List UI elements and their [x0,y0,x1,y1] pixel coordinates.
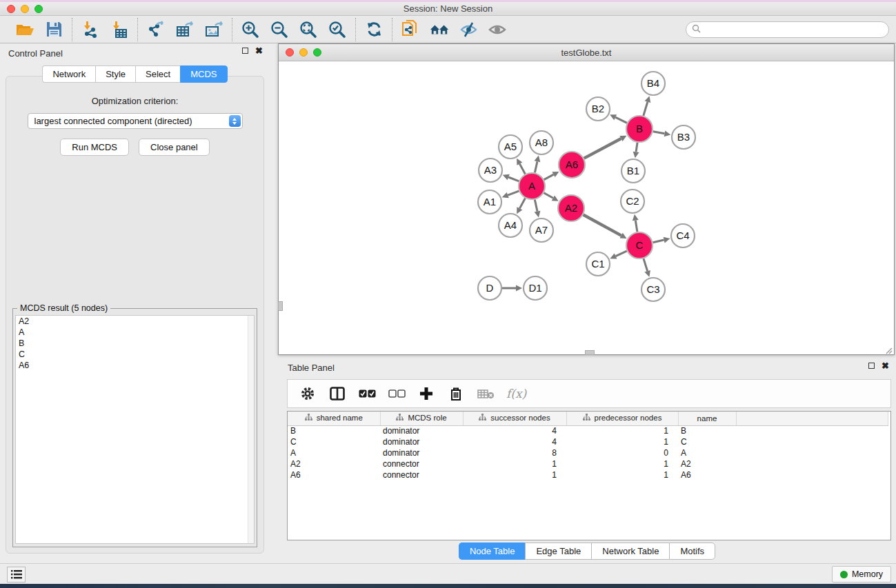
import-table-icon[interactable] [110,20,129,39]
hide-unhide-icon[interactable] [459,20,478,39]
zoom-in-icon[interactable] [241,20,260,39]
table-row[interactable]: A2connector11A2 [288,458,888,469]
edge-A-A6[interactable] [544,174,554,179]
close-panel-icon[interactable]: ✖ [255,48,263,54]
column-header-successor-nodes[interactable]: successor nodes [463,412,566,425]
import-network-icon[interactable] [81,20,100,39]
cell-successor-nodes[interactable]: 4 [463,425,566,436]
cell-predecessor-nodes[interactable]: 0 [566,447,678,458]
mcds-result-item[interactable]: A6 [16,360,254,371]
memory-button[interactable]: Memory [832,566,891,582]
canvas-left-scroll-mark[interactable] [278,301,283,311]
network-window-titlebar[interactable]: testGlobe.txt [279,44,894,61]
task-history-button[interactable] [7,567,26,582]
save-session-icon[interactable] [44,20,63,39]
maximize-window-button[interactable] [34,5,43,13]
resize-grip-icon[interactable] [884,345,893,353]
mcds-result-item[interactable]: B [16,338,254,349]
mcds-result-list[interactable]: A2ABCA6 [15,315,255,544]
cell-shared-name[interactable]: A6 [288,469,380,480]
node-table[interactable]: shared nameMCDS rolesuccessor nodesprede… [288,412,888,480]
network-minimize-button[interactable] [299,48,308,57]
edge-A-A5[interactable] [519,164,525,174]
cell-predecessor-nodes[interactable]: 1 [566,425,678,436]
table-row[interactable]: Bdominator41B [288,425,888,436]
table-row[interactable]: Cdominator41C [288,436,888,447]
show-column-icon[interactable] [328,385,346,403]
close-panel-button[interactable]: Close panel [139,139,210,156]
zoom-fit-icon[interactable] [299,20,318,39]
zoom-selected-icon[interactable] [328,20,347,39]
edge-A-A3[interactable] [508,177,519,181]
edge-A-A4[interactable] [519,199,525,209]
close-table-panel-icon[interactable]: ✖ [882,363,889,369]
cell-shared-name[interactable]: B [288,425,380,436]
export-image-icon[interactable] [204,20,223,39]
cell-shared-name[interactable]: C [288,436,380,447]
cell-successor-nodes[interactable]: 1 [463,458,566,469]
unselect-all-icon[interactable] [388,385,406,403]
search-input[interactable] [701,23,888,37]
settings-gear-icon[interactable] [299,385,317,403]
edge-C-C1[interactable] [616,251,627,256]
new-network-from-file-icon[interactable] [401,20,420,39]
add-row-icon[interactable] [417,385,435,403]
export-network-icon[interactable] [146,20,166,39]
home-networks-icon[interactable] [430,20,449,39]
edge-B-B3[interactable] [653,132,665,134]
canvas-bottom-scroll-mark[interactable] [585,350,595,355]
tab-motifs[interactable]: Motifs [669,543,715,560]
cell-successor-nodes[interactable]: 8 [463,447,566,458]
tab-network-table[interactable]: Network Table [591,543,669,560]
cell-predecessor-nodes[interactable]: 1 [566,458,678,469]
close-window-button[interactable] [7,5,15,13]
edge-A-A1[interactable] [508,191,519,195]
column-header-predecessor-nodes[interactable]: predecessor nodes [566,412,678,425]
edge-A6-B[interactable] [584,139,621,159]
edge-A-A2[interactable] [544,193,552,199]
optimization-criterion-dropdown[interactable]: largest connected component (directed) [28,113,243,129]
network-graph[interactable]: AA1A2A3A4A5A6A7A8BB1B2B3B4CC1C2C3C4DD1 [279,61,894,354]
select-all-icon[interactable] [358,385,376,403]
cell-MCDS-role[interactable]: connector [380,469,463,480]
tab-network[interactable]: Network [42,65,95,83]
mcds-result-item[interactable]: A2 [16,316,254,327]
run-mcds-button[interactable]: Run MCDS [60,139,129,156]
delete-table-icon[interactable] [477,385,495,403]
cell-shared-name[interactable]: A [288,447,380,458]
cell-name[interactable]: B [678,425,736,436]
cell-successor-nodes[interactable]: 1 [463,469,566,480]
zoom-out-icon[interactable] [270,20,289,39]
tab-style[interactable]: Style [95,65,135,83]
cell-MCDS-role[interactable]: dominator [380,436,463,447]
table-row[interactable]: A6connector11A6 [288,469,888,480]
node-table-container[interactable]: shared nameMCDS rolesuccessor nodesprede… [287,411,891,540]
cell-name[interactable]: A [678,447,736,458]
delete-row-icon[interactable] [447,385,465,403]
network-canvas[interactable]: AA1A2A3A4A5A6A7A8BB1B2B3B4CC1C2C3C4DD1 [279,61,894,354]
tab-node-table[interactable]: Node Table [459,543,526,560]
tab-select[interactable]: Select [135,65,180,83]
edge-C-C4[interactable] [653,240,664,243]
tab-edge-table[interactable]: Edge Table [525,543,591,560]
cell-name[interactable]: A2 [678,458,736,469]
cell-predecessor-nodes[interactable]: 1 [566,436,678,447]
column-header-MCDS-role[interactable]: MCDS role [380,412,463,425]
float-table-panel-icon[interactable] [868,363,875,369]
cell-shared-name[interactable]: A2 [288,458,380,469]
edge-B-B4[interactable] [644,102,648,116]
result-list-scrollbar[interactable] [248,316,254,543]
cell-name[interactable]: A6 [678,469,736,480]
refresh-icon[interactable] [364,20,384,39]
cell-MCDS-role[interactable]: dominator [380,425,463,436]
edge-C-C2[interactable] [635,221,637,232]
column-header-name[interactable]: name [678,412,736,425]
cell-successor-nodes[interactable]: 4 [463,436,566,447]
edge-A2-C[interactable] [584,215,621,236]
mcds-result-item[interactable]: A [16,327,254,338]
float-panel-icon[interactable] [242,48,248,54]
table-row[interactable]: Adominator80A [288,447,888,458]
export-table-icon[interactable] [175,20,195,39]
network-maximize-button[interactable] [313,48,321,57]
edge-B-B1[interactable] [636,143,637,152]
